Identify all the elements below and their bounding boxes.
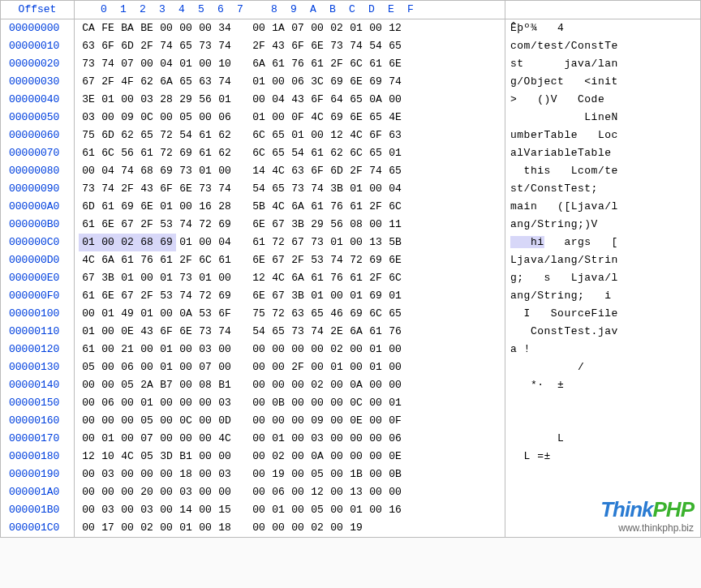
hex-byte[interactable]: 6C bbox=[249, 127, 269, 144]
hex-byte[interactable]: 00 bbox=[269, 358, 288, 376]
hex-byte[interactable]: 2F bbox=[137, 216, 157, 234]
hex-row[interactable]: 12104C053DB100000002000A0000000E bbox=[75, 448, 505, 466]
hex-byte[interactable]: 73 bbox=[307, 234, 327, 251]
hex-byte[interactable]: 6E bbox=[137, 198, 157, 216]
hex-byte[interactable]: 00 bbox=[327, 519, 346, 537]
hex-byte[interactable]: 6F bbox=[307, 91, 327, 109]
hex-byte[interactable]: 00 bbox=[98, 109, 118, 127]
ascii-row[interactable]: > ()V Code bbox=[505, 91, 700, 109]
hex-byte[interactable]: 61 bbox=[79, 216, 98, 234]
ascii-row[interactable] bbox=[505, 519, 700, 537]
hex-byte[interactable]: 10 bbox=[215, 55, 234, 73]
hex-byte[interactable]: 6E bbox=[98, 216, 118, 234]
hex-byte[interactable]: 73 bbox=[176, 269, 196, 287]
hex-byte[interactable]: 1B bbox=[346, 466, 366, 483]
hex-row[interactable]: 6D61696E010016285B4C6A6176612F6C bbox=[75, 198, 505, 216]
hex-byte[interactable]: 00 bbox=[118, 483, 137, 501]
hex-byte[interactable]: 00 bbox=[157, 519, 176, 537]
hex-byte[interactable]: 05 bbox=[137, 412, 157, 430]
hex-byte[interactable]: 00 bbox=[327, 430, 346, 448]
hex-byte[interactable]: 61 bbox=[98, 198, 118, 216]
hex-byte[interactable]: 00 bbox=[249, 412, 269, 430]
ascii-row[interactable] bbox=[505, 501, 700, 519]
hex-byte[interactable]: 74 bbox=[98, 180, 118, 198]
hex-byte[interactable]: 4C bbox=[269, 162, 288, 180]
hex-byte[interactable]: 2E bbox=[327, 323, 346, 341]
hex-byte[interactable]: 2F bbox=[137, 287, 157, 305]
hex-row[interactable]: 01000E436F6E7374546573742E6A6176 bbox=[75, 323, 505, 341]
hex-byte[interactable]: 01 bbox=[249, 109, 269, 127]
hex-byte[interactable]: 02 bbox=[269, 448, 288, 466]
hex-byte[interactable]: 00 bbox=[176, 358, 196, 376]
hex-byte[interactable]: 6F bbox=[366, 127, 385, 144]
hex-byte[interactable]: 6E bbox=[385, 55, 405, 73]
hex-byte[interactable]: 4C bbox=[269, 198, 288, 216]
hex-byte[interactable]: 4C bbox=[269, 269, 288, 287]
hex-byte[interactable]: 00 bbox=[269, 73, 288, 91]
hex-byte[interactable]: 6E bbox=[249, 251, 269, 269]
offset-cell[interactable]: 00000060 bbox=[1, 127, 74, 144]
hex-byte[interactable]: 00 bbox=[176, 19, 196, 37]
ascii-row[interactable]: LineN bbox=[505, 109, 700, 127]
hex-byte[interactable]: 00 bbox=[98, 358, 118, 376]
hex-byte[interactable]: 12 bbox=[385, 19, 405, 37]
hex-byte[interactable]: 6A bbox=[98, 251, 118, 269]
offset-cell[interactable]: 00000100 bbox=[1, 305, 74, 323]
hex-byte[interactable]: 74 bbox=[98, 55, 118, 73]
hex-byte[interactable]: 00 bbox=[385, 376, 405, 394]
hex-byte[interactable]: 00 bbox=[366, 412, 385, 430]
ascii-row[interactable]: st/ConstTest; bbox=[505, 180, 700, 198]
hex-byte[interactable]: 6F bbox=[307, 162, 327, 180]
hex-byte[interactable]: 6A bbox=[346, 323, 366, 341]
hex-byte[interactable]: 00 bbox=[288, 394, 307, 412]
hex-byte[interactable]: 1A bbox=[269, 19, 288, 37]
hex-byte[interactable]: 63 bbox=[385, 127, 405, 144]
hex-byte[interactable]: 00 bbox=[79, 394, 98, 412]
hex-byte[interactable]: 69 bbox=[157, 234, 176, 251]
hex-byte[interactable]: 34 bbox=[215, 19, 234, 37]
hex-byte[interactable]: 3B bbox=[327, 180, 346, 198]
hex-byte[interactable]: 00 bbox=[157, 394, 176, 412]
hex-row[interactable]: 616C5661726961626C655461626C6501 bbox=[75, 144, 505, 162]
hex-byte[interactable]: 01 bbox=[157, 198, 176, 216]
hex-byte[interactable]: 74 bbox=[215, 73, 234, 91]
hex-byte[interactable]: 43 bbox=[269, 37, 288, 55]
hex-byte[interactable]: 54 bbox=[366, 37, 385, 55]
ascii-row[interactable]: st java/lan bbox=[505, 55, 700, 73]
hex-byte[interactable]: 2F bbox=[346, 162, 366, 180]
hex-byte[interactable]: 6F bbox=[157, 323, 176, 341]
hex-byte[interactable]: 61 bbox=[157, 251, 176, 269]
hex-byte[interactable]: 65 bbox=[346, 91, 366, 109]
hex-row[interactable]: 616E672F537472696E673B2956080011 bbox=[75, 216, 505, 234]
ascii-row[interactable]: ang/String;)V bbox=[505, 216, 700, 234]
hex-byte[interactable]: 12 bbox=[249, 269, 269, 287]
hex-byte[interactable]: 6C bbox=[385, 198, 405, 216]
hex-byte[interactable]: 6A bbox=[249, 55, 269, 73]
hex-byte[interactable]: 00 bbox=[249, 19, 269, 37]
hex-byte[interactable]: 00 bbox=[98, 323, 118, 341]
hex-byte[interactable]: 67 bbox=[118, 287, 137, 305]
hex-byte[interactable]: 74 bbox=[215, 37, 234, 55]
hex-byte[interactable]: 05 bbox=[176, 109, 196, 127]
hex-byte[interactable]: 61 bbox=[366, 55, 385, 73]
hex-byte[interactable]: 00 bbox=[176, 341, 196, 358]
hex-byte[interactable]: 18 bbox=[176, 466, 196, 483]
hex-byte[interactable]: 72 bbox=[157, 127, 176, 144]
hex-byte[interactable]: 00 bbox=[249, 466, 269, 483]
hex-byte[interactable]: 0A bbox=[346, 376, 366, 394]
hex-byte[interactable]: 4F bbox=[118, 73, 137, 91]
hex-byte[interactable]: 29 bbox=[307, 216, 327, 234]
hex-byte[interactable]: 69 bbox=[366, 287, 385, 305]
hex-byte[interactable]: 3C bbox=[307, 73, 327, 91]
ascii-row[interactable]: Ljava/lang/Strin bbox=[505, 251, 700, 269]
hex-byte[interactable]: 63 bbox=[196, 73, 215, 91]
hex-byte[interactable]: 01 bbox=[98, 430, 118, 448]
ascii-row[interactable]: g; s Ljava/l bbox=[505, 269, 700, 287]
hex-byte[interactable]: 6E bbox=[98, 287, 118, 305]
hex-byte[interactable]: 61 bbox=[79, 144, 98, 162]
hex-byte[interactable]: 17 bbox=[98, 519, 118, 537]
hex-byte[interactable]: 62 bbox=[118, 127, 137, 144]
hex-byte[interactable]: 61 bbox=[307, 55, 327, 73]
hex-byte[interactable]: 00 bbox=[307, 394, 327, 412]
ascii-row[interactable] bbox=[505, 412, 700, 430]
